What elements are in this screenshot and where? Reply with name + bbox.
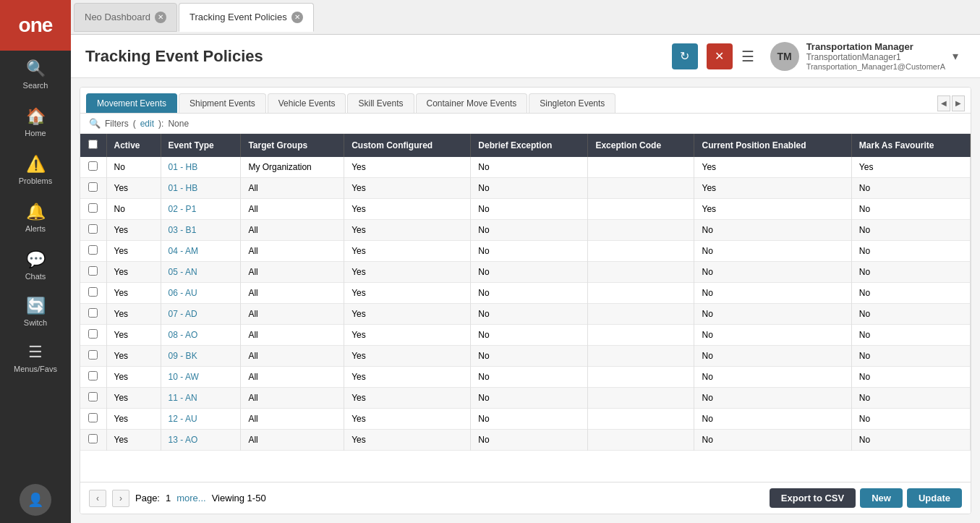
user-dropdown-icon[interactable]: ▾ — [953, 49, 958, 63]
filters-paren-close: ): — [158, 119, 163, 129]
col-active: Active — [106, 134, 161, 157]
row-checkbox[interactable] — [88, 203, 98, 213]
cell-current-position: No — [694, 388, 851, 409]
page-number: 1 — [166, 493, 171, 503]
event-type-link[interactable]: 05 - AN — [169, 267, 197, 277]
col-event-type: Event Type — [161, 134, 241, 157]
select-all-checkbox[interactable] — [88, 140, 98, 149]
cell-exception-code — [588, 220, 694, 241]
row-checkbox[interactable] — [88, 224, 98, 234]
event-type-link[interactable]: 02 - P1 — [169, 204, 197, 214]
row-checkbox[interactable] — [88, 161, 98, 171]
tab-container-move-events[interactable]: Container Move Events — [416, 93, 528, 113]
row-checkbox[interactable] — [88, 266, 98, 276]
cell-custom-configured: Yes — [344, 367, 471, 388]
event-type-link[interactable]: 12 - AU — [169, 414, 197, 424]
row-checkbox[interactable] — [88, 434, 98, 443]
sidebar-label-problems: Problems — [19, 177, 52, 185]
cell-active: Yes — [106, 388, 161, 409]
tab-vehicle-events[interactable]: Vehicle Events — [268, 93, 346, 113]
tab-neo-dashboard[interactable]: Neo Dashboard ✕ — [74, 3, 177, 32]
user-section: TM Transportation Manager Transportation… — [763, 41, 966, 71]
next-page-button[interactable]: › — [112, 490, 129, 507]
sidebar-item-menus[interactable]: ☰ Menus/Favs — [0, 334, 71, 382]
cell-mark-favourite: No — [851, 304, 970, 325]
row-checkbox[interactable] — [88, 287, 98, 297]
row-checkbox[interactable] — [88, 392, 98, 401]
filter-edit-link[interactable]: edit — [140, 119, 154, 129]
cell-mark-favourite: No — [851, 346, 970, 367]
cell-active: Yes — [106, 346, 161, 367]
event-type-link[interactable]: 04 - AM — [169, 246, 198, 256]
event-type-link[interactable]: 03 - B1 — [169, 225, 197, 235]
event-type-link[interactable]: 07 - AD — [169, 309, 197, 319]
cell-mark-favourite: No — [851, 430, 970, 451]
new-button[interactable]: New — [860, 488, 903, 508]
page-header: Tracking Event Policies ↻ ✕ ☰ TM Transpo… — [71, 35, 980, 78]
cell-current-position: Yes — [694, 178, 851, 199]
cell-exception-code — [588, 241, 694, 262]
cell-custom-configured: Yes — [344, 304, 471, 325]
tab-tracking-close[interactable]: ✕ — [291, 12, 303, 23]
event-type-link[interactable]: 01 - HB — [169, 162, 198, 172]
app-logo[interactable]: one — [0, 0, 71, 51]
cell-current-position: No — [694, 325, 851, 346]
row-checkbox-cell — [80, 346, 106, 367]
cell-exception-code — [588, 199, 694, 220]
sidebar-item-alerts[interactable]: 🔔 Alerts — [0, 194, 71, 242]
cell-custom-configured: Yes — [344, 325, 471, 346]
row-checkbox[interactable] — [88, 182, 98, 192]
cell-target-groups: All — [241, 430, 344, 451]
row-checkbox[interactable] — [88, 329, 98, 339]
event-type-link[interactable]: 10 - AW — [169, 372, 199, 382]
event-type-link[interactable]: 13 - AO — [169, 435, 198, 445]
row-checkbox[interactable] — [88, 350, 98, 360]
tab-shipment-events[interactable]: Shipment Events — [179, 93, 266, 113]
tab-container-label: Container Move Events — [427, 98, 517, 109]
tab-scroll-left[interactable]: ◀ — [937, 95, 950, 111]
cell-exception-code — [588, 178, 694, 199]
user-avatar-sidebar[interactable]: 👤 — [20, 484, 51, 516]
tab-neo-dashboard-close[interactable]: ✕ — [155, 12, 166, 23]
table-row: No 01 - HB My Organization Yes No Yes Ye… — [80, 157, 971, 178]
table-row: No 02 - P1 All Yes No Yes No — [80, 199, 971, 220]
cell-active: Yes — [106, 220, 161, 241]
sidebar-item-chats[interactable]: 💬 Chats — [0, 242, 71, 289]
col-mark-favourite: Mark As Favourite — [851, 134, 970, 157]
event-type-link[interactable]: 11 - AN — [169, 393, 197, 403]
event-tabs: Movement Events Shipment Events Vehicle … — [80, 88, 971, 114]
table-row: Yes 04 - AM All Yes No No No — [80, 241, 971, 262]
col-current-position: Current Position Enabled — [694, 134, 851, 157]
cell-debrief-exception: No — [471, 178, 588, 199]
sidebar-item-home[interactable]: 🏠 Home — [0, 98, 71, 146]
tab-movement-events[interactable]: Movement Events — [86, 93, 177, 113]
sidebar-item-problems[interactable]: ⚠️ Problems — [0, 146, 71, 194]
more-pages-link[interactable]: more... — [176, 493, 205, 503]
row-checkbox[interactable] — [88, 413, 98, 422]
tab-scroll-right[interactable]: ▶ — [952, 95, 965, 111]
bell-icon: 🔔 — [26, 203, 46, 221]
refresh-button[interactable]: ↻ — [672, 43, 698, 69]
tab-singleton-events[interactable]: Singleton Events — [529, 93, 615, 113]
event-type-link[interactable]: 06 - AU — [169, 288, 197, 298]
sidebar-item-search[interactable]: 🔍 Search — [0, 51, 71, 98]
data-table-container: Active Event Type Target Groups Custom C… — [80, 134, 971, 482]
event-type-link[interactable]: 08 - AO — [169, 330, 198, 340]
tab-tracking-event-policies[interactable]: Tracking Event Policies ✕ — [179, 3, 314, 32]
update-button[interactable]: Update — [907, 488, 962, 508]
close-button[interactable]: ✕ — [707, 43, 733, 69]
export-csv-button[interactable]: Export to CSV — [770, 488, 856, 508]
row-checkbox[interactable] — [88, 308, 98, 318]
event-type-link[interactable]: 01 - HB — [169, 183, 198, 193]
prev-page-button[interactable]: ‹ — [89, 490, 106, 507]
cell-debrief-exception: No — [471, 346, 588, 367]
chat-icon: 💬 — [26, 250, 46, 269]
row-checkbox-cell — [80, 430, 106, 451]
menu-button[interactable]: ☰ — [741, 48, 754, 65]
sidebar-item-switch[interactable]: 🔄 Switch — [0, 289, 71, 334]
cell-active: Yes — [106, 367, 161, 388]
tab-skill-events[interactable]: Skill Events — [347, 93, 414, 113]
row-checkbox[interactable] — [88, 371, 98, 380]
event-type-link[interactable]: 09 - BK — [169, 351, 197, 361]
row-checkbox[interactable] — [88, 245, 98, 255]
